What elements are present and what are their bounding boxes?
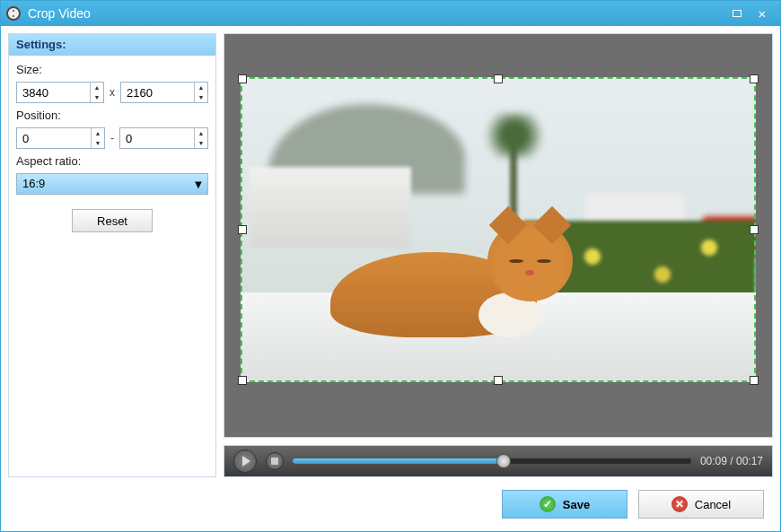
top-row: Settings: Size: ▲ ▼ x xyxy=(8,33,773,477)
cat-nose xyxy=(525,270,534,275)
cat-eye-right xyxy=(537,259,551,263)
close-button[interactable]: × xyxy=(750,5,775,22)
video-frame xyxy=(241,77,756,382)
maximize-button[interactable] xyxy=(724,5,750,22)
save-button[interactable]: ✓ Save xyxy=(502,490,627,519)
window-buttons: × xyxy=(724,5,775,22)
cat-face xyxy=(505,252,555,288)
seek-progress xyxy=(293,458,504,464)
pos-y-up[interactable]: ▲ xyxy=(195,128,207,138)
stop-icon xyxy=(271,458,278,465)
size-height-spinner[interactable]: ▲ ▼ xyxy=(120,82,208,103)
maximize-icon xyxy=(733,10,742,17)
pos-y-arrows: ▲ ▼ xyxy=(194,128,207,148)
cancel-icon: ✕ xyxy=(671,496,688,512)
save-label: Save xyxy=(563,498,590,511)
play-button[interactable] xyxy=(233,449,257,473)
size-height-arrows: ▲ ▼ xyxy=(194,83,207,102)
size-width-arrows: ▲ ▼ xyxy=(90,83,103,102)
chevron-down-icon[interactable]: ▼ xyxy=(189,174,207,194)
position-label: Position: xyxy=(16,109,208,122)
size-label: Size: xyxy=(16,63,208,76)
size-width-up[interactable]: ▲ xyxy=(91,83,103,92)
position-separator: - xyxy=(110,132,114,144)
position-row: ▲ ▼ - ▲ ▼ xyxy=(16,127,208,149)
pos-x-input[interactable] xyxy=(17,132,91,145)
cat-ear-left xyxy=(489,206,527,244)
close-icon: × xyxy=(759,7,767,21)
aspect-ratio-value: 16:9 xyxy=(17,174,189,194)
pos-x-arrows: ▲ ▼ xyxy=(91,128,104,148)
cancel-label: Cancel xyxy=(695,498,731,511)
check-icon: ✓ xyxy=(540,496,556,512)
window-title: Crop Video xyxy=(28,6,724,21)
pos-x-spinner[interactable]: ▲ ▼ xyxy=(16,127,105,149)
pos-y-input[interactable] xyxy=(120,132,194,145)
content-area: Settings: Size: ▲ ▼ x xyxy=(1,26,780,531)
reset-label: Reset xyxy=(97,214,127,228)
playback-bar: 00:09 / 00:17 xyxy=(224,445,773,477)
scene-cat xyxy=(330,212,582,337)
stop-button[interactable] xyxy=(266,452,284,470)
play-icon xyxy=(242,456,250,467)
size-width-down[interactable]: ▼ xyxy=(91,92,103,102)
pos-x-down[interactable]: ▼ xyxy=(92,138,104,148)
crop-video-window: Crop Video × Settings: Size: ▲ ▼ xyxy=(0,0,781,532)
preview-column: 00:09 / 00:17 xyxy=(224,33,773,477)
size-width-spinner[interactable]: ▲ ▼ xyxy=(16,82,104,103)
pos-x-up[interactable]: ▲ xyxy=(92,128,104,138)
footer-buttons: ✓ Save ✕ Cancel xyxy=(8,484,773,524)
cancel-button[interactable]: ✕ Cancel xyxy=(638,490,764,519)
cat-eye-left xyxy=(509,259,523,263)
pos-y-down[interactable]: ▼ xyxy=(195,138,207,148)
size-separator: x xyxy=(110,86,115,99)
seek-track[interactable] xyxy=(293,458,691,464)
settings-header: Settings: xyxy=(9,34,215,56)
app-icon xyxy=(6,6,21,21)
size-width-input[interactable] xyxy=(17,86,90,100)
pos-y-spinner[interactable]: ▲ ▼ xyxy=(119,127,208,149)
cat-ear-right xyxy=(533,206,571,244)
size-height-down[interactable]: ▼ xyxy=(195,92,207,102)
size-row: ▲ ▼ x ▲ ▼ xyxy=(16,82,208,103)
reset-button[interactable]: Reset xyxy=(72,209,153,232)
size-height-input[interactable] xyxy=(121,86,194,100)
settings-body: Size: ▲ ▼ x ▲ xyxy=(9,56,215,240)
time-display: 00:09 / 00:17 xyxy=(700,455,763,467)
titlebar: Crop Video × xyxy=(1,1,780,26)
size-height-up[interactable]: ▲ xyxy=(195,83,207,92)
video-preview[interactable] xyxy=(224,33,773,438)
settings-panel: Settings: Size: ▲ ▼ x xyxy=(8,33,216,477)
cat-head xyxy=(487,221,573,301)
aspect-ratio-combo[interactable]: 16:9 ▼ xyxy=(16,173,208,195)
aspect-ratio-label: Aspect ratio: xyxy=(16,154,208,168)
seek-knob[interactable] xyxy=(496,454,511,468)
